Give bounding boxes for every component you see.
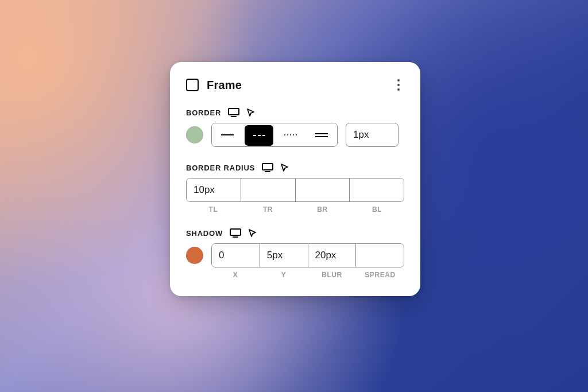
shadow-y-label: Y <box>260 271 308 279</box>
border-color-swatch[interactable] <box>186 126 203 143</box>
desktop-icon[interactable] <box>262 163 273 172</box>
border-style-dotted[interactable] <box>275 123 306 146</box>
radius-tr-input[interactable] <box>241 178 296 201</box>
frame-icon <box>186 79 199 91</box>
shadow-color-swatch[interactable] <box>186 247 203 264</box>
shadow-blur-input[interactable]: 20px <box>308 244 357 267</box>
shadow-x-input[interactable]: 0 <box>212 244 260 267</box>
border-width-value: 1px <box>353 129 369 141</box>
border-width-input[interactable]: 1px <box>346 123 399 147</box>
radius-tl-label: TL <box>186 205 241 214</box>
border-radius-section-label: BORDER RADIUS <box>186 164 255 172</box>
shadow-spread-input[interactable] <box>356 244 404 267</box>
border-radius-section: BORDER RADIUS 10px TL TR BR BL <box>186 163 404 214</box>
cursor-icon[interactable] <box>248 228 257 238</box>
border-radius-heading: BORDER RADIUS <box>186 163 404 172</box>
shadow-spread-label: SPREAD <box>356 271 404 279</box>
shadow-section: SHADOW 0 5px 20px <box>186 228 404 279</box>
header-left: Frame <box>186 79 242 92</box>
desktop-icon[interactable] <box>228 108 239 117</box>
shadow-section-label: SHADOW <box>186 229 223 238</box>
svg-rect-0 <box>229 108 239 115</box>
shadow-y-input[interactable]: 5px <box>260 244 308 267</box>
shadow-labels-row: X Y BLUR SPREAD <box>186 267 404 279</box>
shadow-blur-label: BLUR <box>308 271 356 279</box>
more-menu-button[interactable] <box>393 77 404 93</box>
radius-tr-label: TR <box>241 205 295 214</box>
border-section: BORDER <box>186 108 404 147</box>
border-radius-labels: TL TR BR BL <box>186 205 404 214</box>
radius-br-input[interactable] <box>296 178 350 201</box>
border-style-solid[interactable] <box>212 123 243 146</box>
cursor-icon[interactable] <box>246 108 256 117</box>
panel-title: Frame <box>207 79 242 92</box>
cursor-icon[interactable] <box>280 163 289 172</box>
border-heading: BORDER <box>186 108 404 117</box>
radius-tl-input[interactable]: 10px <box>187 178 241 201</box>
desktop-icon[interactable] <box>230 228 241 238</box>
svg-rect-4 <box>230 229 241 235</box>
style-panel: Frame BORDER <box>170 62 420 296</box>
radius-bl-input[interactable] <box>350 178 404 201</box>
border-section-label: BORDER <box>186 108 221 117</box>
panel-header: Frame <box>186 77 404 93</box>
border-style-double[interactable] <box>306 123 337 146</box>
shadow-x-label: X <box>211 271 260 279</box>
radius-bl-label: BL <box>350 205 404 214</box>
border-style-toggle <box>211 123 338 147</box>
border-radius-inputs: 10px <box>186 178 404 202</box>
radius-br-label: BR <box>295 205 350 214</box>
shadow-controls: 0 5px 20px <box>186 243 404 267</box>
shadow-inputs: 0 5px 20px <box>211 243 404 267</box>
border-controls: 1px <box>186 123 404 147</box>
shadow-labels: X Y BLUR SPREAD <box>211 271 404 279</box>
shadow-heading: SHADOW <box>186 228 404 238</box>
svg-rect-2 <box>262 164 273 170</box>
border-style-dashed[interactable] <box>245 125 273 146</box>
